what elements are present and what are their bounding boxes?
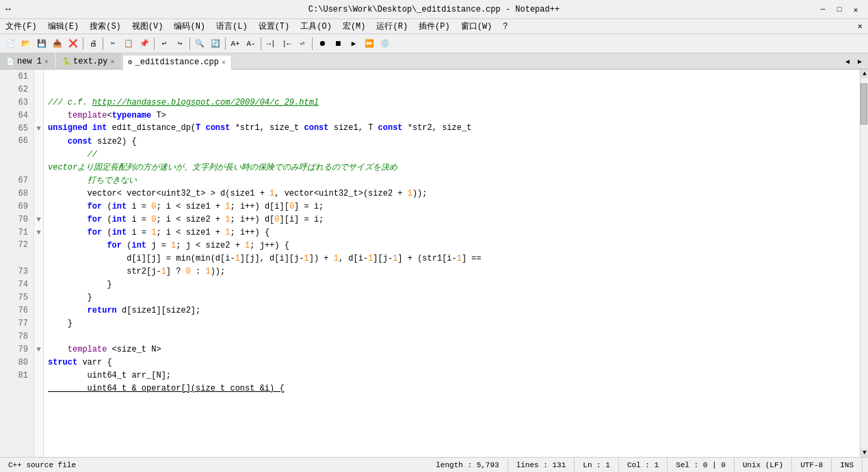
- menu-lang[interactable]: 语言(L): [211, 19, 253, 34]
- toolbar: 📄 📂 💾 📥 ❌ 🖨 ✂ 📋 📌 ↩ ↪ 🔍 🔄 A+ A- →| |← ⏎ …: [0, 34, 868, 53]
- menu-macro[interactable]: 宏(M): [337, 19, 371, 34]
- toolbar-copy[interactable]: 📋: [121, 36, 136, 51]
- scroll-down-arrow[interactable]: ▼: [860, 449, 868, 457]
- ln-70: 70: [0, 213, 34, 226]
- menu-settings[interactable]: 设置(T): [253, 19, 295, 34]
- fold-65[interactable]: ▼: [34, 122, 43, 135]
- code-line-66-block: const size2) { // vectorより固定長配列の方が速いが、文字…: [44, 135, 860, 187]
- toolbar-sep3: [154, 38, 155, 50]
- toolbar-paste[interactable]: 📌: [137, 36, 152, 51]
- toolbar-close[interactable]: ❌: [66, 36, 81, 51]
- toolbar-find[interactable]: 🔍: [192, 36, 207, 51]
- scrollbar-vertical[interactable]: ▲ ▼: [860, 70, 868, 457]
- toolbar-play[interactable]: ▶: [346, 36, 361, 51]
- toolbar-record[interactable]: ⏺: [315, 36, 330, 51]
- code-line-77: [44, 330, 860, 343]
- toolbar-cut[interactable]: ✂: [105, 36, 120, 51]
- toolbar-undo[interactable]: ↩: [157, 36, 172, 51]
- menu-tools[interactable]: 工具(O): [295, 19, 337, 34]
- menu-encode[interactable]: 编码(N): [168, 19, 211, 34]
- fold-63: [34, 96, 43, 109]
- toolbar-saveall[interactable]: 📥: [50, 36, 65, 51]
- app-close-button[interactable]: ✕: [858, 21, 868, 31]
- toolbar-redo[interactable]: ↪: [172, 36, 187, 51]
- fold-73: [34, 265, 43, 278]
- comment-63: /// c.f.: [48, 98, 92, 107]
- code-line-66d: 打ちできない: [44, 174, 860, 187]
- tab-editdistance-icon: ⚙: [129, 58, 133, 66]
- toolbar-open[interactable]: 📂: [18, 36, 34, 51]
- fold-79[interactable]: ▼: [34, 343, 43, 356]
- toolbar-savemacro[interactable]: 💿: [378, 36, 393, 51]
- status-sel: Sel : 0 | 0: [668, 458, 735, 472]
- ln-76: 76: [0, 304, 34, 317]
- fold-74: [34, 278, 43, 291]
- tab-editdistance[interactable]: ⚙ _editdistance.cpp ✕: [122, 55, 232, 70]
- code-line-75: return d[size1][size2];: [44, 304, 860, 317]
- kw-typename: typename: [112, 111, 152, 120]
- code-line-72a: d[i][j] = min(min(d[i-1][j], d[i][j-1]) …: [44, 252, 860, 265]
- fold-68: [34, 187, 43, 200]
- code-line-66a: const size2) {: [44, 135, 860, 148]
- toolbar-stop[interactable]: ⏹: [330, 36, 345, 51]
- fold-78: [34, 330, 43, 343]
- maximize-button[interactable]: □: [832, 3, 846, 16]
- menu-view[interactable]: 视图(V): [127, 19, 169, 34]
- eol-label: Unix (LF): [743, 461, 783, 469]
- scroll-thumb[interactable]: [860, 83, 867, 124]
- fold-61: [34, 70, 43, 83]
- menu-run[interactable]: 运行(R): [371, 19, 413, 34]
- code-line-79: struct varr {: [44, 356, 860, 369]
- menu-search[interactable]: 搜索(S): [84, 19, 127, 34]
- ln-77: 77: [0, 317, 34, 330]
- tab-new1-close[interactable]: ✕: [44, 57, 49, 66]
- fold-64: [34, 109, 43, 122]
- fold-71[interactable]: ▼: [34, 226, 43, 239]
- ln-label: Ln : 1: [583, 461, 610, 469]
- editor-main: 61 62 63 64 65 66 67 68 69 70 71 72 73 7…: [0, 70, 868, 457]
- code-line-66b: //: [44, 148, 860, 161]
- toolbar-playall[interactable]: ⏩: [362, 36, 377, 51]
- scroll-up-arrow[interactable]: ▲: [860, 70, 868, 78]
- ln-75: 75: [0, 291, 34, 304]
- toolbar-outdent[interactable]: |←: [279, 36, 294, 51]
- tab-editdistance-label: _editdistance.cpp: [135, 57, 219, 67]
- menu-file[interactable]: 文件(F): [0, 19, 42, 34]
- menu-edit[interactable]: 编辑(E): [42, 19, 85, 34]
- toolbar-sep2: [103, 38, 103, 50]
- code-line-66c: vectorより固定長配列の方が速いが、文字列が長い時の保険でのみ呼ばれるのでサ…: [44, 161, 860, 174]
- toolbar-indent[interactable]: →|: [263, 36, 278, 51]
- toolbar-new[interactable]: 📄: [3, 36, 18, 51]
- tab-textpy-icon: 🐍: [62, 57, 70, 66]
- fold-70[interactable]: ▼: [34, 213, 43, 226]
- toolbar-save[interactable]: 💾: [34, 36, 49, 51]
- code-line-67: vector< vector<uint32_t> > d(size1 + 1, …: [44, 187, 860, 200]
- toolbar-wrap[interactable]: ⏎: [295, 36, 310, 51]
- lines-label: lines : 131: [516, 461, 566, 469]
- toolbar-print[interactable]: 🖨: [86, 36, 101, 51]
- toolbar-replace[interactable]: 🔄: [208, 36, 223, 51]
- col-label: Col : 1: [627, 461, 659, 469]
- toolbar-zoom-out[interactable]: A-: [244, 36, 259, 51]
- toolbar-zoom-in[interactable]: A+: [228, 36, 243, 51]
- tab-textpy-close[interactable]: ✕: [110, 57, 114, 66]
- code-line-62: [44, 83, 860, 96]
- ln-78: 78: [0, 330, 34, 343]
- tab-nav: ◀ ▶: [842, 55, 868, 68]
- menu-plugins[interactable]: 插件(P): [413, 19, 456, 34]
- close-button[interactable]: ✕: [849, 3, 863, 16]
- toolbar-sep4: [189, 38, 190, 50]
- tab-editdistance-close[interactable]: ✕: [222, 58, 226, 66]
- code-line-81: uint64_t & operator[](size_t const &i) {: [44, 382, 860, 395]
- tab-nav-right[interactable]: ▶: [854, 55, 865, 68]
- menu-window[interactable]: 窗口(W): [456, 19, 498, 34]
- ln-71: 71: [0, 226, 34, 239]
- code-area[interactable]: /// c.f. http://handasse.blogspot.com/20…: [44, 70, 860, 457]
- minimize-button[interactable]: ─: [816, 3, 830, 16]
- menu-help[interactable]: ?: [497, 21, 513, 33]
- titlebar-controls: ─ □ ✕: [816, 3, 863, 16]
- fold-75: [34, 291, 43, 304]
- tab-textpy[interactable]: 🐍 text.py ✕: [56, 53, 120, 68]
- tab-new1[interactable]: 📄 new 1 ✕: [0, 53, 55, 68]
- tab-nav-left[interactable]: ◀: [842, 55, 853, 68]
